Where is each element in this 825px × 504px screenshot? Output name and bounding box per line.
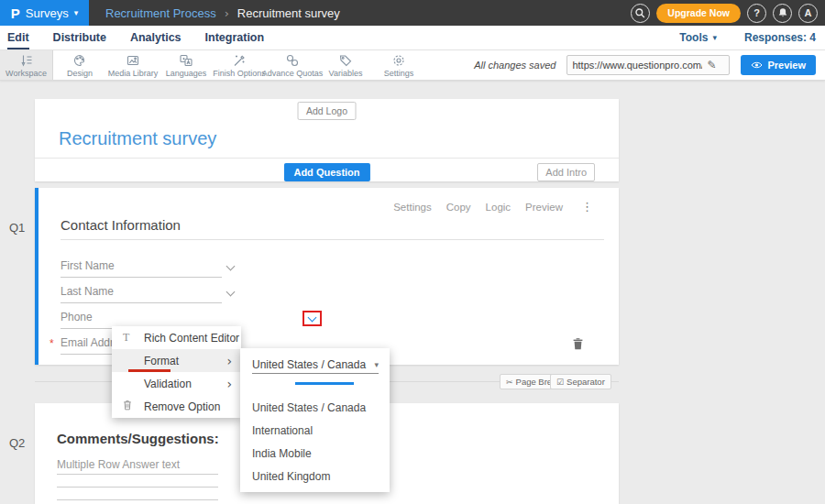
divider [35,158,619,159]
separator-icon: ☑ [556,378,564,387]
surveys-menu-button[interactable]: P Surveys ▾ [0,0,89,26]
question-1-heading[interactable]: Contact Information [60,217,181,233]
toolbar-item-media-library[interactable]: Media Library [106,50,160,80]
top-bar: P Surveys ▾ Recruitment Process › Recrui… [0,0,825,26]
question-1-label: Q1 [9,221,25,235]
submenu-arrow-icon: › [226,377,232,391]
menu-item-rich-content-editor[interactable]: T Rich Content Editor [112,326,241,349]
tab-edit[interactable]: Edit [7,26,29,49]
tab-bar: Edit Distribute Analytics Integration To… [0,26,825,50]
trash-icon [572,337,584,350]
builder-toolbar: Workspace Design Media Library Languages… [0,50,825,81]
upgrade-now-button[interactable]: Upgrade Now [656,4,741,23]
format-option-india-mobile[interactable]: India Mobile [252,447,312,460]
format-option-us-canada[interactable]: United States / Canada [252,401,366,414]
delete-question-button[interactable] [572,337,584,354]
tools-menu-button[interactable]: Tools ▾ [679,31,717,44]
responses-count[interactable]: Responses: 4 [744,31,816,44]
question-preview-link[interactable]: Preview [525,202,563,213]
tabbar-right: Tools ▾ Responses: 4 [679,26,825,49]
multirow-answer-placeholder[interactable]: Multiple Row Answer text [57,458,180,471]
preview-button[interactable]: Preview [741,55,816,75]
question-settings-link[interactable]: Settings [393,202,432,213]
toolbar-right: All changes saved ✎ Preview [474,50,825,80]
chevron-down-icon: ▾ [712,33,717,42]
survey-url-input[interactable] [567,60,707,71]
question-logic-link[interactable]: Logic [486,202,512,213]
media-library-icon [126,53,140,68]
toolbar-item-variables[interactable]: Variables [319,50,372,80]
menu-item-validation[interactable]: Validation › [112,372,241,395]
toolbar-item-settings[interactable]: Settings [372,50,425,80]
add-intro-button[interactable]: Add Intro [537,163,595,181]
page-break-icon: ✂ [506,378,513,387]
survey-header-card: Add Logo Recruitment survey Add Question… [35,99,619,181]
chevron-down-icon: ▾ [74,8,79,17]
help-button[interactable]: ? [747,4,766,23]
breadcrumb-parent[interactable]: Recruitment Process [105,6,216,20]
tab-integration[interactable]: Integration [205,26,265,49]
finish-options-icon [232,53,247,68]
rich-text-icon: T [123,331,129,345]
search-button[interactable] [631,4,650,23]
select-focus-indicator [295,382,354,385]
notifications-button[interactable] [773,4,792,23]
format-option-international[interactable]: International [252,424,313,437]
format-submenu: United States / Canada ▾ United States /… [240,348,390,492]
format-option-united-kingdom[interactable]: United Kingdom [252,470,330,483]
product-name: Surveys [26,6,69,20]
annotation-highlight-box [302,311,322,326]
kebab-menu-icon[interactable]: ⋮ [581,200,593,214]
avatar[interactable]: A [798,4,818,23]
phone-dropdown-icon[interactable] [308,312,317,322]
first-name-dropdown-icon[interactable] [226,262,236,271]
answer-line [57,474,218,475]
eye-icon [751,60,763,70]
submenu-arrow-icon: › [226,354,232,368]
required-marker: * [50,337,54,350]
answer-line [57,499,218,500]
tabs: Edit Distribute Analytics Integration [0,26,264,49]
field-first-name[interactable]: First Name [60,259,222,278]
tools-label: Tools [679,31,708,44]
breadcrumb-current: Recruitment survey [237,6,340,20]
question-2-heading[interactable]: Comments/Suggestions: [57,431,219,446]
toolbar-item-advance-quotas[interactable]: Advance Quotas [266,50,319,80]
trash-icon [123,400,132,413]
toolbar-item-workspace[interactable]: Workspace [0,50,53,80]
separator-button[interactable]: ☑ Separator [550,374,611,389]
breadcrumb-separator-icon: › [225,6,229,20]
question-copy-link[interactable]: Copy [446,202,471,213]
settings-icon [391,53,406,68]
divider [60,239,604,240]
search-icon [635,8,645,18]
advance-quotas-icon [285,53,300,68]
bell-icon [777,7,788,18]
add-logo-button[interactable]: Add Logo [297,102,357,120]
save-status: All changes saved [474,60,556,71]
languages-icon [179,53,193,68]
menu-item-format[interactable]: Format › [112,349,241,372]
add-question-button[interactable]: Add Question [283,163,369,181]
last-name-dropdown-icon[interactable] [226,288,236,297]
survey-title[interactable]: Recruitment survey [59,128,216,149]
breadcrumb: Recruitment Process › Recruitment survey [105,6,340,20]
question-actions: Settings Copy Logic Preview ⋮ [393,200,593,214]
topbar-actions: Upgrade Now ? A [631,4,825,23]
toolbar-item-finish-options[interactable]: Finish Options [213,50,266,80]
design-icon [72,53,87,68]
menu-item-remove-option[interactable]: Remove Option [112,395,241,418]
format-select[interactable]: United States / Canada ▾ [252,356,379,374]
field-context-menu: T Rich Content Editor Format › Validatio… [112,326,241,418]
tab-analytics[interactable]: Analytics [130,26,182,49]
chevron-down-icon: ▾ [374,360,379,369]
workspace-icon [19,53,34,68]
tab-distribute[interactable]: Distribute [53,26,106,49]
edit-url-icon[interactable]: ✎ [707,59,716,71]
toolbar-item-languages[interactable]: Languages [160,50,213,80]
page: P Surveys ▾ Recruitment Process › Recrui… [0,0,825,504]
toolbar-item-design[interactable]: Design [53,50,106,80]
variables-icon [338,53,353,68]
field-last-name[interactable]: Last Name [60,285,222,303]
answer-line [57,487,218,488]
